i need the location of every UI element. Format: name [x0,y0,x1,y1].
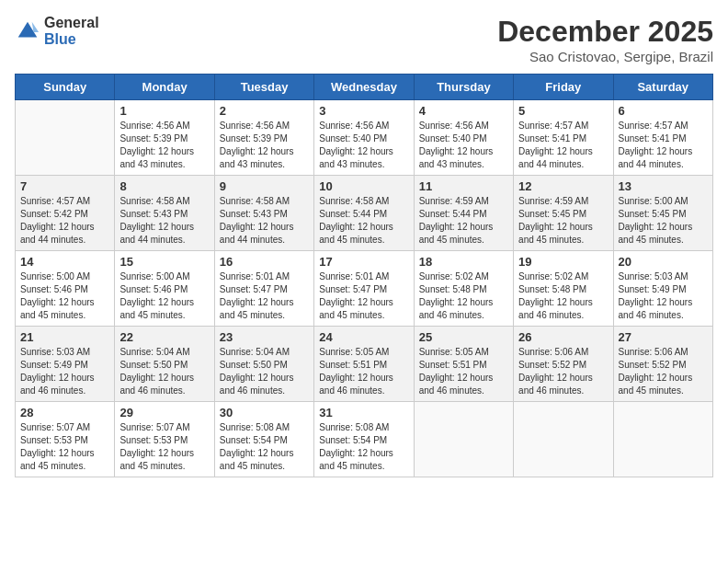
cell-info: Sunrise: 4:58 AM Sunset: 5:43 PM Dayligh… [220,195,309,247]
day-number: 18 [419,255,508,269]
table-row: 25Sunrise: 5:05 AM Sunset: 5:51 PM Dayli… [414,327,513,402]
day-number: 31 [319,406,408,419]
table-row: 15Sunrise: 5:00 AM Sunset: 5:46 PM Dayli… [115,251,214,327]
table-row [16,100,115,176]
col-saturday: Saturday [613,75,712,100]
table-row: 3Sunrise: 4:56 AM Sunset: 5:40 PM Daylig… [314,100,414,176]
day-number: 5 [518,104,608,118]
day-number: 3 [319,104,408,118]
table-row: 7Sunrise: 4:57 AM Sunset: 5:42 PM Daylig… [16,176,115,251]
day-number: 8 [119,179,209,193]
cell-info: Sunrise: 5:04 AM Sunset: 5:50 PM Dayligh… [220,346,309,397]
table-row [514,402,613,477]
day-number: 12 [518,179,608,193]
day-number: 23 [220,330,309,344]
cell-info: Sunrise: 5:04 AM Sunset: 5:50 PM Dayligh… [119,346,209,397]
day-number: 15 [119,255,209,269]
logo: General Blue [15,15,99,47]
table-row: 12Sunrise: 4:59 AM Sunset: 5:45 PM Dayli… [514,176,613,251]
table-row [414,402,513,477]
cell-info: Sunrise: 4:58 AM Sunset: 5:44 PM Dayligh… [319,195,408,247]
table-row: 17Sunrise: 5:01 AM Sunset: 5:47 PM Dayli… [314,251,414,327]
table-row: 29Sunrise: 5:07 AM Sunset: 5:53 PM Dayli… [115,402,214,477]
logo-general-text: General [44,15,99,31]
cell-info: Sunrise: 4:56 AM Sunset: 5:40 PM Dayligh… [319,120,408,171]
col-monday: Monday [115,75,214,100]
table-row: 27Sunrise: 5:06 AM Sunset: 5:52 PM Dayli… [613,327,712,402]
calendar-header-row: Sunday Monday Tuesday Wednesday Thursday… [16,75,713,100]
day-number: 21 [20,330,109,344]
cell-info: Sunrise: 5:05 AM Sunset: 5:51 PM Dayligh… [319,346,408,397]
calendar-week-row: 7Sunrise: 4:57 AM Sunset: 5:42 PM Daylig… [16,176,713,251]
day-number: 1 [119,104,209,118]
logo-blue-text: Blue [44,31,99,48]
cell-info: Sunrise: 4:57 AM Sunset: 5:41 PM Dayligh… [518,120,608,171]
day-number: 16 [220,255,309,269]
cell-info: Sunrise: 5:00 AM Sunset: 5:45 PM Dayligh… [619,195,708,247]
table-row: 30Sunrise: 5:08 AM Sunset: 5:54 PM Dayli… [214,402,313,477]
col-friday: Friday [514,75,613,100]
col-sunday: Sunday [16,75,115,100]
logo-icon [15,18,40,44]
cell-info: Sunrise: 5:01 AM Sunset: 5:47 PM Dayligh… [220,270,309,322]
cell-info: Sunrise: 5:00 AM Sunset: 5:46 PM Dayligh… [119,270,209,322]
cell-info: Sunrise: 5:00 AM Sunset: 5:46 PM Dayligh… [20,270,109,322]
location: Sao Cristovao, Sergipe, Brazil [497,49,713,64]
day-number: 6 [619,104,708,118]
table-row: 11Sunrise: 4:59 AM Sunset: 5:44 PM Dayli… [414,176,513,251]
cell-info: Sunrise: 5:08 AM Sunset: 5:54 PM Dayligh… [319,421,408,473]
table-row: 2Sunrise: 4:56 AM Sunset: 5:39 PM Daylig… [214,100,313,176]
cell-info: Sunrise: 5:02 AM Sunset: 5:48 PM Dayligh… [419,270,508,322]
col-tuesday: Tuesday [214,75,313,100]
header: General Blue December 2025 Sao Cristovao… [15,15,713,64]
cell-info: Sunrise: 4:59 AM Sunset: 5:45 PM Dayligh… [518,195,608,247]
table-row: 1Sunrise: 4:56 AM Sunset: 5:39 PM Daylig… [115,100,214,176]
col-thursday: Thursday [414,75,513,100]
cell-info: Sunrise: 4:57 AM Sunset: 5:41 PM Dayligh… [619,120,708,171]
table-row: 22Sunrise: 5:04 AM Sunset: 5:50 PM Dayli… [115,327,214,402]
cell-info: Sunrise: 4:56 AM Sunset: 5:39 PM Dayligh… [220,120,309,171]
cell-info: Sunrise: 5:03 AM Sunset: 5:49 PM Dayligh… [619,270,708,322]
day-number: 26 [518,330,608,344]
cell-info: Sunrise: 5:06 AM Sunset: 5:52 PM Dayligh… [518,346,608,397]
logo-text: General Blue [44,15,99,47]
month-title: December 2025 [497,15,713,49]
table-row: 19Sunrise: 5:02 AM Sunset: 5:48 PM Dayli… [514,251,613,327]
day-number: 22 [119,330,209,344]
day-number: 14 [20,255,109,269]
calendar-week-row: 14Sunrise: 5:00 AM Sunset: 5:46 PM Dayli… [16,251,713,327]
table-row: 10Sunrise: 4:58 AM Sunset: 5:44 PM Dayli… [314,176,414,251]
table-row: 13Sunrise: 5:00 AM Sunset: 5:45 PM Dayli… [613,176,712,251]
day-number: 10 [319,179,408,193]
table-row: 8Sunrise: 4:58 AM Sunset: 5:43 PM Daylig… [115,176,214,251]
day-number: 9 [220,179,309,193]
table-row: 9Sunrise: 4:58 AM Sunset: 5:43 PM Daylig… [214,176,313,251]
table-row: 16Sunrise: 5:01 AM Sunset: 5:47 PM Dayli… [214,251,313,327]
table-row: 23Sunrise: 5:04 AM Sunset: 5:50 PM Dayli… [214,327,313,402]
table-row [613,402,712,477]
table-row: 28Sunrise: 5:07 AM Sunset: 5:53 PM Dayli… [16,402,115,477]
cell-info: Sunrise: 4:56 AM Sunset: 5:40 PM Dayligh… [419,120,508,171]
table-row: 20Sunrise: 5:03 AM Sunset: 5:49 PM Dayli… [613,251,712,327]
cell-info: Sunrise: 5:05 AM Sunset: 5:51 PM Dayligh… [419,346,508,397]
day-number: 28 [20,406,109,419]
day-number: 27 [619,330,708,344]
day-number: 17 [319,255,408,269]
day-number: 19 [518,255,608,269]
table-row: 26Sunrise: 5:06 AM Sunset: 5:52 PM Dayli… [514,327,613,402]
cell-info: Sunrise: 5:02 AM Sunset: 5:48 PM Dayligh… [518,270,608,322]
table-row: 31Sunrise: 5:08 AM Sunset: 5:54 PM Dayli… [314,402,414,477]
title-area: December 2025 Sao Cristovao, Sergipe, Br… [497,15,713,64]
cell-info: Sunrise: 5:07 AM Sunset: 5:53 PM Dayligh… [119,421,209,473]
col-wednesday: Wednesday [314,75,414,100]
day-number: 30 [220,406,309,419]
day-number: 29 [119,406,209,419]
day-number: 13 [619,179,708,193]
cell-info: Sunrise: 5:08 AM Sunset: 5:54 PM Dayligh… [220,421,309,473]
day-number: 2 [220,104,309,118]
table-row: 6Sunrise: 4:57 AM Sunset: 5:41 PM Daylig… [613,100,712,176]
calendar-week-row: 28Sunrise: 5:07 AM Sunset: 5:53 PM Dayli… [16,402,713,477]
cell-info: Sunrise: 4:58 AM Sunset: 5:43 PM Dayligh… [119,195,209,247]
calendar-week-row: 21Sunrise: 5:03 AM Sunset: 5:49 PM Dayli… [16,327,713,402]
table-row: 14Sunrise: 5:00 AM Sunset: 5:46 PM Dayli… [16,251,115,327]
